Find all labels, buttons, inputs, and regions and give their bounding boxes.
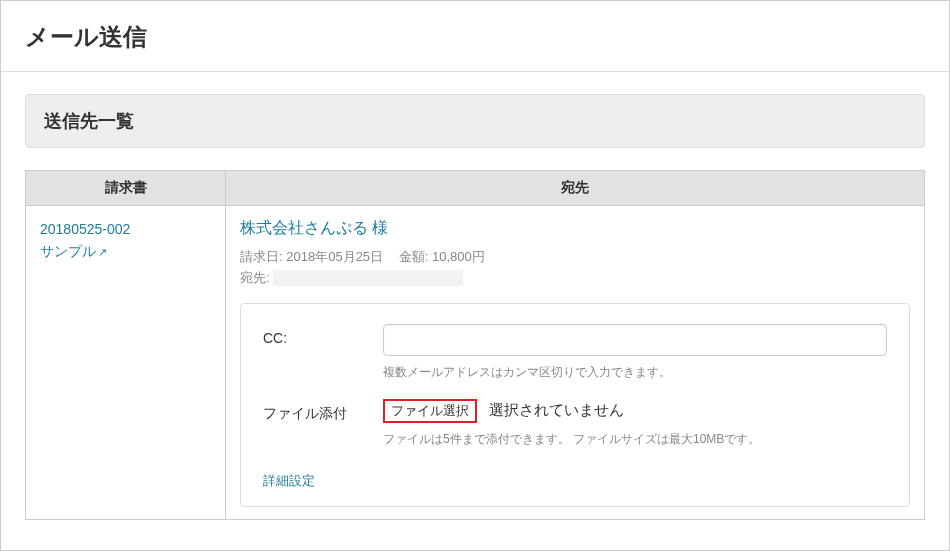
address-redacted xyxy=(273,270,463,286)
attachment-label: ファイル添付 xyxy=(263,399,383,423)
cc-input[interactable] xyxy=(383,324,887,356)
cc-row: CC: 複数メールアドレスはカンマ区切りで入力できます。 xyxy=(263,324,887,381)
amount-value: 10,800円 xyxy=(432,249,485,264)
attachment-help-text: ファイルは5件まで添付できます。 ファイルサイズは最大10MBです。 xyxy=(383,431,887,448)
recipients-section-title: 送信先一覧 xyxy=(44,109,906,133)
destination-cell: 株式会社さんぷる 様 請求日: 2018年05月25日 金額: 10,800円 xyxy=(226,206,925,520)
cc-label: CC: xyxy=(263,324,383,346)
page-header: メール送信 xyxy=(1,1,949,72)
billing-date-value: 2018年05月25日 xyxy=(286,249,383,264)
company-name: 株式会社さんぷる 様 xyxy=(240,218,910,239)
invoice-cell: 20180525-002 サンプル↗ xyxy=(26,206,226,520)
invoice-meta-line: 請求日: 2018年05月25日 金額: 10,800円 xyxy=(240,247,910,268)
invoice-name: サンプル xyxy=(40,243,96,259)
file-select-status: 選択されていません xyxy=(489,401,624,420)
invoice-link[interactable]: 20180525-002 サンプル↗ xyxy=(40,218,211,263)
file-select-button[interactable]: ファイル選択 xyxy=(383,399,477,423)
recipients-section-header: 送信先一覧 xyxy=(25,94,925,148)
page-title: メール送信 xyxy=(25,21,925,53)
advanced-settings-link[interactable]: 詳細設定 xyxy=(263,472,315,490)
content-area: 送信先一覧 請求書 宛先 20180525-002 サンプル↗ xyxy=(1,72,949,542)
external-link-icon: ↗ xyxy=(98,246,107,258)
amount-label: 金額: xyxy=(399,249,429,264)
table-header-destination: 宛先 xyxy=(226,171,925,206)
cc-help-text: 複数メールアドレスはカンマ区切りで入力できます。 xyxy=(383,364,887,381)
attachment-row: ファイル添付 ファイル選択 選択されていません ファイルは5件まで添付できます。… xyxy=(263,399,887,448)
invoice-number: 20180525-002 xyxy=(40,221,130,237)
table-header-invoice: 請求書 xyxy=(26,171,226,206)
recipients-table: 請求書 宛先 20180525-002 サンプル↗ 株式会社さんぷる 様 xyxy=(25,170,925,520)
page-container: メール送信 送信先一覧 請求書 宛先 20180525-002 サンプル↗ xyxy=(0,0,950,551)
address-line: 宛先: xyxy=(240,268,910,289)
billing-date-label: 請求日: xyxy=(240,249,283,264)
settings-panel: CC: 複数メールアドレスはカンマ区切りで入力できます。 ファイル添付 ファイル… xyxy=(240,303,910,507)
table-row: 20180525-002 サンプル↗ 株式会社さんぷる 様 請求日: 2018年… xyxy=(26,206,925,520)
address-label: 宛先: xyxy=(240,270,270,285)
